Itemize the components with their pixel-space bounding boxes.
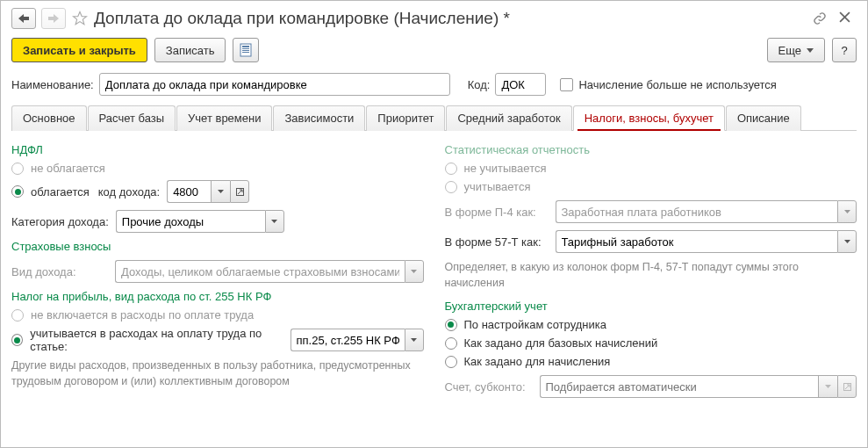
- income-code-dropdown[interactable]: [211, 180, 230, 203]
- income-cat-dropdown[interactable]: [265, 210, 284, 233]
- titlebar: Доплата до оклада при командировке (Начи…: [11, 8, 857, 29]
- name-code-row: Наименование: Код: Начисление больше не …: [11, 73, 857, 96]
- help-button[interactable]: ?: [832, 38, 857, 62]
- income-code-open[interactable]: [230, 180, 249, 203]
- account-label: Счет, субконто:: [445, 380, 533, 394]
- left-column: НДФЛ не облагается облагается код дохода…: [11, 140, 424, 405]
- tab-content: НДФЛ не облагается облагается код дохода…: [11, 140, 857, 405]
- right-column: Статистическая отчетность не учитывается…: [445, 140, 857, 405]
- tab-desc[interactable]: Описание: [726, 105, 801, 131]
- np-radio-yes[interactable]: [11, 334, 23, 346]
- unused-checkbox[interactable]: [560, 78, 573, 91]
- np-opt2-label: учитывается в расходах на оплату труда п…: [30, 327, 283, 353]
- np-hint: Другие виды расходов, произведенных в по…: [11, 358, 424, 389]
- window-title: Доплата до оклада при командировке (Начи…: [94, 9, 807, 28]
- bu-radio-2[interactable]: [445, 337, 457, 350]
- t57-label: В форме 57-Т как:: [445, 235, 549, 249]
- p4-dropdown[interactable]: [837, 200, 857, 223]
- toolbar: Записать и закрыть Записать Еще ?: [11, 38, 857, 62]
- tabs: Основное Расчет базы Учет времени Зависи…: [11, 105, 857, 131]
- bu-title: Бухгалтерский учет: [445, 300, 857, 313]
- income-code-combo: [167, 180, 249, 203]
- sv-kind-label: Вид дохода:: [11, 265, 108, 278]
- income-cat-input[interactable]: [116, 210, 265, 233]
- sv-title: Страховые взносы: [11, 240, 424, 253]
- ndfl-radio-yes[interactable]: [11, 185, 24, 198]
- svg-rect-4: [242, 52, 249, 53]
- sv-kind-dropdown[interactable]: [405, 260, 424, 283]
- svg-rect-1: [242, 46, 249, 47]
- tab-main[interactable]: Основное: [11, 105, 87, 131]
- income-cat-label: Категория дохода:: [11, 215, 109, 228]
- close-icon[interactable]: [839, 11, 853, 25]
- name-label: Наименование:: [11, 78, 94, 91]
- account-dropdown[interactable]: [818, 375, 837, 398]
- bu-opt3-label: Как задано для начисления: [464, 355, 611, 368]
- window: Доплата до оклада при командировке (Начи…: [0, 0, 868, 448]
- tab-avg[interactable]: Средний заработок: [446, 105, 571, 131]
- ndfl-opt1-label: не облагается: [31, 162, 105, 175]
- unused-label: Начисление больше не используется: [578, 78, 776, 91]
- title-actions: [813, 11, 857, 25]
- svg-rect-3: [242, 50, 249, 51]
- report-button[interactable]: [233, 38, 259, 62]
- stat-radio-no[interactable]: [445, 163, 457, 175]
- link-icon[interactable]: [813, 11, 827, 25]
- stat-hint: Определяет, в какую из колонок форм П-4,…: [445, 260, 857, 291]
- income-code-label: код дохода:: [98, 185, 160, 199]
- p4-input[interactable]: [556, 200, 838, 223]
- tab-time[interactable]: Учет времени: [176, 105, 272, 131]
- sv-kind-input[interactable]: [115, 260, 405, 283]
- bu-radio-1[interactable]: [445, 319, 457, 331]
- more-button[interactable]: Еще: [767, 38, 825, 62]
- name-input[interactable]: [99, 73, 450, 96]
- ndfl-opt2-label: облагается: [31, 185, 90, 199]
- save-and-close-button[interactable]: Записать и закрыть: [11, 38, 147, 62]
- np-title: Налог на прибыль, вид расхода по ст. 255…: [11, 290, 424, 303]
- tab-taxes[interactable]: Налоги, взносы, бухучет: [573, 105, 725, 131]
- t57-dropdown[interactable]: [837, 230, 857, 253]
- p4-label: В форме П-4 как:: [445, 206, 549, 219]
- code-label: Код:: [468, 78, 491, 91]
- save-button[interactable]: Записать: [154, 38, 226, 62]
- account-open[interactable]: [837, 375, 857, 398]
- np-radio-no[interactable]: [11, 309, 24, 322]
- svg-rect-2: [242, 48, 249, 49]
- favorite-icon[interactable]: [71, 10, 89, 27]
- more-label: Еще: [778, 44, 801, 57]
- t57-input[interactable]: [556, 230, 838, 253]
- income-code-input[interactable]: [167, 180, 211, 203]
- tab-deps[interactable]: Зависимости: [273, 105, 365, 131]
- tab-priority[interactable]: Приоритет: [366, 105, 445, 131]
- code-input[interactable]: [495, 73, 546, 96]
- bu-radio-3[interactable]: [445, 356, 457, 368]
- stat-title: Статистическая отчетность: [445, 143, 857, 156]
- np-article-dropdown[interactable]: [405, 329, 424, 351]
- nav-forward-button[interactable]: [41, 8, 66, 29]
- bu-opt1-label: По настройкам сотрудника: [464, 318, 606, 331]
- stat-opt1-label: не учитывается: [464, 162, 547, 175]
- stat-radio-yes[interactable]: [445, 181, 457, 193]
- nav-back-button[interactable]: [11, 8, 36, 29]
- tab-base[interactable]: Расчет базы: [88, 105, 176, 131]
- bu-opt2-label: Как задано для базовых начислений: [464, 336, 658, 350]
- ndfl-title: НДФЛ: [11, 143, 424, 156]
- np-article-input[interactable]: [291, 329, 405, 351]
- stat-opt2-label: учитывается: [464, 180, 531, 193]
- ndfl-radio-no[interactable]: [11, 163, 24, 175]
- np-opt1-label: не включается в расходы по оплате труда: [31, 308, 254, 322]
- account-input[interactable]: [540, 375, 819, 398]
